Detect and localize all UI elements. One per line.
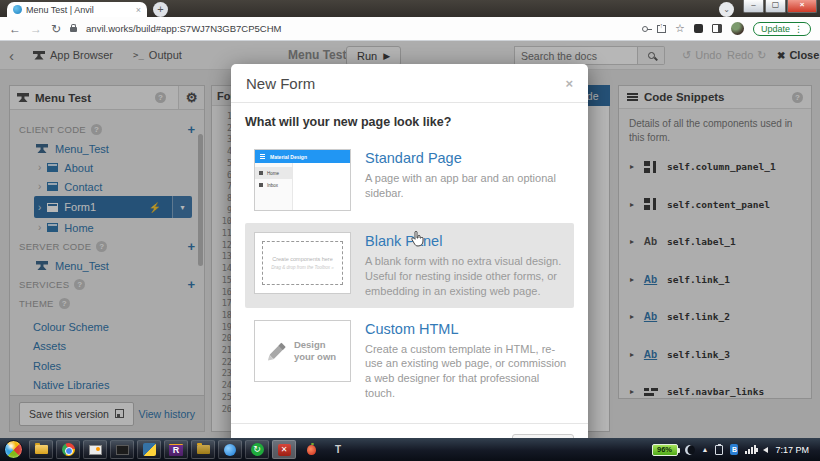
dialog-body: What will your new page look like? Mater… (231, 103, 588, 417)
profile-avatar[interactable] (731, 22, 744, 35)
window-controls: – ▢ × (742, 0, 817, 13)
folder-icon (35, 445, 48, 454)
option-standard-page[interactable]: Material Design Home Inbox Standard Page… (245, 140, 574, 220)
start-button[interactable] (4, 440, 23, 459)
folder-icon (197, 445, 210, 454)
bookmark-star-icon[interactable]: ☆ (675, 22, 685, 35)
blue-app-icon (224, 444, 236, 456)
option-custom-html[interactable]: Designyour own Custom HTML Create a cust… (245, 311, 574, 410)
r-icon: R (169, 444, 183, 456)
taskbar-python-button[interactable] (137, 440, 161, 459)
bluetooth-icon[interactable]: B (730, 444, 738, 455)
pencil-icon (269, 342, 285, 358)
clipboard-icon[interactable] (715, 445, 723, 455)
taskbar-t-app-button[interactable]: T (326, 440, 350, 459)
forward-icon[interactable]: → (30, 23, 42, 35)
taskbar-image-editor-button[interactable] (83, 440, 107, 459)
standard-page-thumbnail: Material Design Home Inbox (254, 149, 351, 211)
browser-toolbar-right: ☆ Update ⋮ (642, 22, 811, 36)
dialog-question: What will your new page look like? (245, 115, 574, 129)
option-title: Standard Page (365, 150, 572, 166)
screen: Menu Test | Anvil × + ⌄ – ▢ × ← → ↻ anvi… (0, 0, 820, 461)
mouse-cursor-icon (411, 231, 424, 251)
dialog-header: New Form × (231, 64, 588, 103)
option-title: Custom HTML (365, 321, 572, 337)
blank-panel-thumbnail: Create components here Drag & drop from … (254, 232, 351, 294)
option-title: Blank Panel (365, 233, 572, 249)
dialog-title: New Form (246, 75, 315, 92)
inbox-icon (259, 183, 263, 187)
thumb-nav-label: Home (267, 171, 279, 176)
option-description: Create a custom template in HTML, re-use… (365, 342, 572, 401)
dialog-close-icon[interactable]: × (565, 76, 573, 91)
taskbar-folder-button[interactable] (191, 440, 215, 459)
taskbar-console-button[interactable] (110, 440, 134, 459)
apple-icon (307, 445, 316, 455)
taskbar-chrome-button[interactable] (56, 440, 80, 459)
url-text[interactable]: anvil.works/build#app:S7WJ7N3GB7CP5CHM (86, 23, 281, 34)
dropzone-dashed-box: Create components here Drag & drop from … (262, 241, 343, 285)
tray-expand-icon[interactable]: ▲ (702, 446, 709, 453)
window-close-button[interactable]: × (787, 0, 817, 13)
lock-icon[interactable] (70, 27, 77, 32)
taskbar-blue-app-button[interactable] (218, 440, 242, 459)
taskbar-explorer-button[interactable] (29, 440, 53, 459)
chrome-icon (62, 443, 75, 456)
browser-tab-strip: Menu Test | Anvil × + ⌄ – ▢ × (0, 0, 820, 17)
thumb-placeholder-line1: Create components here (272, 256, 333, 262)
new-form-dialog: New Form × What will your new page look … (231, 64, 588, 461)
console-icon (116, 445, 129, 455)
option-blank-panel[interactable]: Create components here Drag & drop from … (245, 223, 574, 308)
system-tray: 96% ▲ B 7:17 PM (652, 444, 816, 456)
thumb-appbar-title: Material Design (270, 154, 307, 160)
password-key-icon[interactable] (642, 26, 648, 32)
tab-close-icon[interactable]: × (136, 5, 141, 15)
option-description: A page with an app bar and an optional s… (365, 171, 572, 201)
reload-icon[interactable]: ↻ (51, 23, 61, 35)
thumb-nav-label: Inbox (267, 183, 278, 188)
red-app-icon: ✕ (278, 444, 291, 456)
chrome-profile-chevron-icon[interactable]: ⌄ (719, 2, 734, 17)
back-icon[interactable]: ← (9, 23, 21, 35)
update-button[interactable]: Update ⋮ (753, 22, 811, 36)
tray-clock: 7:17 PM (775, 445, 809, 455)
taskbar-r-button[interactable]: R (164, 440, 188, 459)
custom-html-thumbnail: Designyour own (254, 320, 351, 382)
taskbar-apple-button[interactable] (299, 440, 323, 459)
tab-title: Menu Test | Anvil (26, 5, 94, 15)
moon-icon[interactable] (685, 445, 695, 455)
image-editor-icon (89, 445, 102, 455)
thumb-design-text2: your own (294, 351, 336, 362)
window-minimize-button[interactable]: – (743, 0, 764, 13)
browser-toolbar: ← → ↻ anvil.works/build#app:S7WJ7N3GB7CP… (0, 17, 820, 41)
home-icon (259, 171, 263, 175)
python-icon (143, 443, 156, 456)
windows-taskbar: R ↻ ✕ T 96% ▲ B 7:17 PM (0, 438, 820, 461)
new-tab-button[interactable]: + (153, 2, 168, 17)
option-description: A blank form with no extra visual design… (365, 254, 572, 299)
t-app-icon: T (335, 444, 341, 455)
taskbar-active-app-button[interactable]: ✕ (272, 440, 296, 459)
speaker-icon[interactable] (763, 447, 768, 453)
share-icon[interactable] (657, 25, 666, 33)
battery-indicator[interactable]: 96% (652, 444, 678, 456)
anvil-favicon-icon (13, 5, 22, 14)
window-maximize-button[interactable]: ▢ (765, 0, 786, 13)
side-panel-icon[interactable] (712, 24, 722, 33)
browser-menu-dots-icon: ⋮ (794, 24, 803, 34)
taskbar-sync-button[interactable]: ↻ (245, 440, 269, 459)
hamburger-icon (260, 156, 265, 157)
extensions-icon[interactable] (694, 24, 703, 33)
update-label: Update (761, 24, 790, 34)
sync-icon: ↻ (251, 443, 264, 456)
thumb-design-text1: Design (294, 339, 326, 350)
browser-tab[interactable]: Menu Test | Anvil × (7, 2, 147, 17)
thumb-placeholder-line2: Drag & drop from the Toolbox » (271, 265, 334, 270)
